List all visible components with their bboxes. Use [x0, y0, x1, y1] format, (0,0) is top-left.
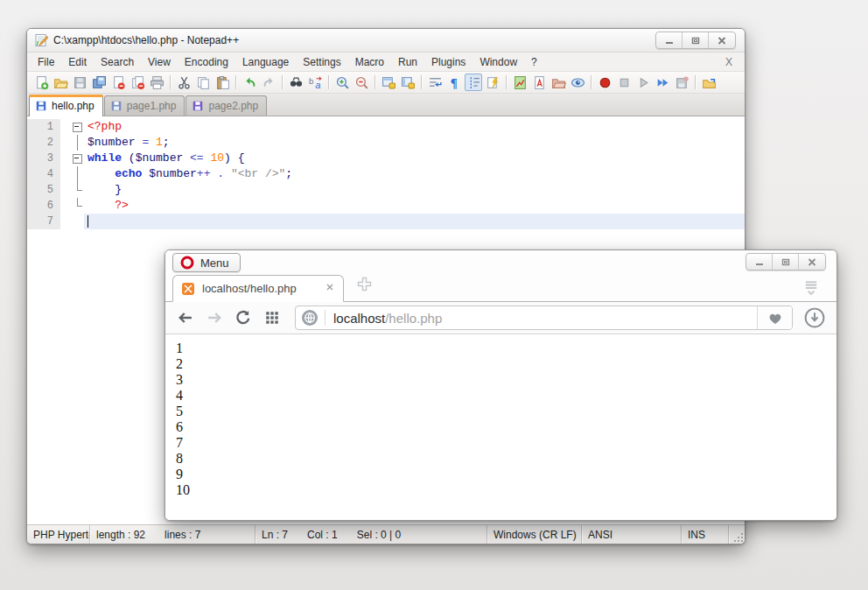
- menu-item-edit[interactable]: Edit: [61, 53, 94, 71]
- speed-dial-grid-icon[interactable]: [261, 306, 284, 329]
- zoom-out-icon[interactable]: [353, 74, 370, 91]
- macro-play-icon[interactable]: [634, 74, 652, 91]
- menu-item-plugins[interactable]: Plugins: [424, 53, 472, 71]
- resize-grip[interactable]: [732, 531, 745, 544]
- opera-menu-button[interactable]: Menu: [172, 253, 241, 272]
- undo-icon[interactable]: [241, 74, 258, 91]
- bookmark-margin[interactable]: [60, 151, 72, 166]
- doc-switcher-icon[interactable]: [530, 74, 548, 91]
- new-file-icon[interactable]: [32, 74, 50, 91]
- cut-icon[interactable]: [175, 74, 192, 91]
- replace-icon[interactable]: ba: [306, 74, 324, 91]
- word-wrap-icon[interactable]: [426, 74, 444, 91]
- folder-as-workspace-icon[interactable]: [550, 74, 567, 91]
- menu-item-macro[interactable]: Macro: [348, 53, 391, 71]
- new-tab-icon[interactable]: [356, 276, 373, 296]
- close-icon[interactable]: [709, 32, 735, 48]
- fold-margin-collapse-icon[interactable]: [72, 119, 84, 135]
- macro-save-icon[interactable]: [673, 74, 690, 91]
- forward-icon[interactable]: [203, 306, 226, 329]
- xampp-favicon: [181, 282, 195, 296]
- toolbar-separator: [282, 75, 283, 89]
- back-icon[interactable]: [174, 306, 197, 329]
- code-line-1[interactable]: 1<?php: [27, 119, 745, 135]
- user-defined-dialog-icon[interactable]: [484, 74, 501, 91]
- menu-item-language[interactable]: Language: [235, 53, 296, 71]
- menu-item-run[interactable]: Run: [391, 53, 424, 71]
- bookmark-margin[interactable]: [60, 182, 72, 198]
- toolbar-separator: [695, 75, 696, 89]
- menu-item-search[interactable]: Search: [94, 53, 141, 71]
- document-map-icon[interactable]: [511, 74, 528, 91]
- macro-run-multiple-icon[interactable]: [654, 74, 671, 91]
- show-all-chars-icon[interactable]: ¶: [445, 74, 463, 91]
- macro-stop-icon[interactable]: [615, 74, 633, 91]
- editor-tab-page2-php[interactable]: page2.php: [186, 95, 267, 116]
- svg-text:a: a: [315, 79, 320, 89]
- menu-item-encoding[interactable]: Encoding: [178, 53, 235, 71]
- minimize-icon[interactable]: [656, 32, 682, 48]
- browser-page-content: 12345678910: [165, 334, 836, 520]
- editor-tab-hello-php[interactable]: hello.php: [29, 95, 103, 116]
- address-bar[interactable]: localhost/hello.php: [295, 306, 793, 330]
- sync-scroll-v-icon[interactable]: [380, 74, 397, 91]
- file-save-state-icon: [110, 100, 122, 112]
- bookmark-margin[interactable]: [60, 135, 72, 151]
- npp-statusbar: PHP Hypertelength : 92lines : 7Ln : 7Col…: [27, 524, 745, 544]
- code-text: ?>: [84, 198, 745, 214]
- open-containing-folder-icon[interactable]: [700, 74, 718, 91]
- zoom-in-icon[interactable]: [333, 74, 351, 91]
- download-icon[interactable]: [802, 305, 828, 331]
- code-line-5[interactable]: 5 }: [27, 182, 745, 198]
- code-line-4[interactable]: 4 echo $number++ . "<br />";: [27, 166, 745, 182]
- indent-guide-icon[interactable]: [465, 74, 482, 91]
- close-icon[interactable]: [799, 254, 825, 270]
- menu-item-help[interactable]: ?: [524, 53, 544, 71]
- find-icon[interactable]: [287, 74, 304, 91]
- bookmark-margin[interactable]: [60, 198, 72, 214]
- code-line-3[interactable]: 3while ($number <= 10) {: [27, 151, 745, 166]
- opera-titlebar[interactable]: Menu: [165, 250, 836, 274]
- text-caret: [88, 215, 88, 228]
- copy-icon[interactable]: [194, 74, 212, 91]
- browser-tab[interactable]: localhost/hello.php: [172, 275, 344, 302]
- url-text[interactable]: localhost/hello.php: [333, 311, 757, 326]
- save-all-icon[interactable]: [90, 74, 108, 91]
- code-line-6[interactable]: 6 ?>: [27, 198, 745, 214]
- bookmark-margin[interactable]: [60, 214, 72, 229]
- code-line-2[interactable]: 2$number = 1;: [27, 135, 745, 151]
- menu-item-file[interactable]: File: [31, 53, 61, 71]
- bookmark-margin[interactable]: [60, 119, 72, 135]
- minimize-icon[interactable]: [746, 254, 773, 270]
- code-text: while ($number <= 10) {: [84, 151, 745, 166]
- notepadpp-titlebar[interactable]: C:\xampp\htdocs\hello.php - Notepad++: [27, 29, 745, 53]
- bookmark-heart-icon[interactable]: [757, 306, 792, 329]
- fold-margin-collapse-icon[interactable]: [72, 151, 84, 166]
- url-path: /hello.php: [385, 311, 442, 326]
- save-icon[interactable]: [71, 74, 88, 91]
- menu-item-settings[interactable]: Settings: [296, 53, 347, 71]
- editor-tab-page1-php[interactable]: page1.php: [104, 95, 186, 116]
- restore-icon[interactable]: [773, 254, 799, 270]
- tab-menu-icon[interactable]: [802, 277, 821, 299]
- redo-icon[interactable]: [260, 74, 277, 91]
- menubar-close-doc[interactable]: X: [717, 56, 741, 68]
- restore-icon[interactable]: [682, 32, 709, 48]
- reload-icon[interactable]: [232, 306, 255, 329]
- code-line-7[interactable]: 7: [27, 214, 745, 229]
- close-doc-icon[interactable]: [109, 74, 127, 91]
- macro-record-icon[interactable]: [596, 74, 613, 91]
- print-icon[interactable]: [148, 74, 165, 91]
- tab-label: page1.php: [127, 100, 177, 112]
- monitoring-eye-icon[interactable]: [569, 74, 586, 91]
- menu-item-view[interactable]: View: [141, 53, 178, 71]
- close-all-icon[interactable]: [129, 74, 146, 91]
- tab-close-icon[interactable]: [324, 281, 336, 296]
- npp-tabbar: hello.phppage1.phppage2.php: [27, 94, 745, 116]
- bookmark-margin[interactable]: [60, 166, 72, 182]
- open-file-icon[interactable]: [52, 74, 69, 91]
- menu-item-window[interactable]: Window: [472, 53, 524, 71]
- sync-scroll-h-icon[interactable]: [399, 74, 416, 91]
- paste-icon[interactable]: [214, 74, 231, 91]
- site-globe-icon[interactable]: [301, 309, 318, 327]
